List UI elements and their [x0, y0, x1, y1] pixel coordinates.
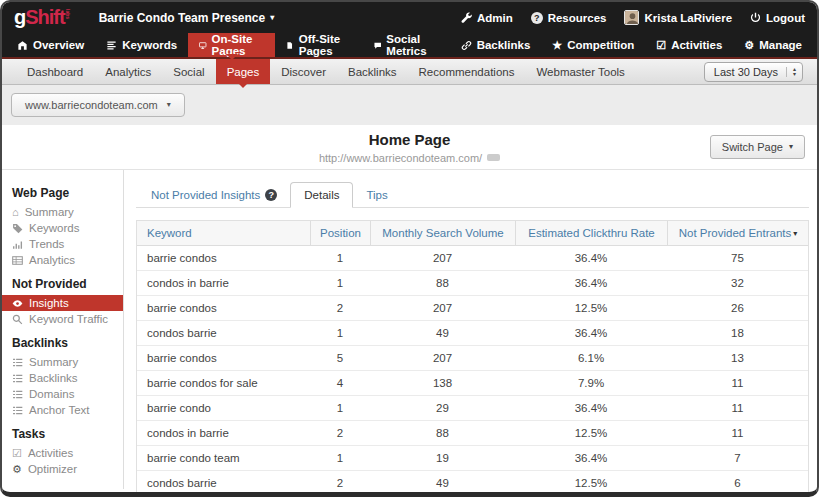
- sidebar-item-backlinks-backlinks[interactable]: Backlinks: [12, 370, 123, 386]
- table-row: barrie condos for sale 4 138 7.9% 11: [137, 371, 808, 396]
- sidebar-item-trends[interactable]: Trends: [12, 236, 123, 252]
- nav-social-metrics[interactable]: Social Metrics: [363, 33, 450, 57]
- sidebar-item-anchor-text[interactable]: Anchor Text: [12, 402, 123, 418]
- table-icon: [12, 255, 23, 266]
- search-volume-cell: 19: [370, 452, 515, 464]
- subnav-discover[interactable]: Discover: [270, 59, 337, 84]
- search-volume-cell: 207: [370, 302, 515, 314]
- subnav-label: Pages: [227, 66, 260, 78]
- sidebar-item-optimizer[interactable]: ⚙ Optimizer: [12, 461, 123, 477]
- sidebar-item-keyword-traffic[interactable]: Keyword Traffic: [12, 311, 123, 327]
- nav-overview[interactable]: Overview: [6, 33, 95, 57]
- sidebar-item-keywords[interactable]: Keywords: [12, 220, 123, 236]
- chain-link-icon: [461, 40, 472, 51]
- checkbox-icon: ☑: [656, 40, 666, 51]
- table-row: barrie condo 1 29 36.4% 11: [137, 396, 808, 421]
- tab-tips[interactable]: Tips: [353, 183, 400, 207]
- nav-backlinks[interactable]: Backlinks: [450, 33, 542, 57]
- clickthru-rate-cell: 36.4%: [515, 252, 667, 264]
- subnav-label: Backlinks: [348, 66, 397, 78]
- column-header-not-provided-entrants[interactable]: Not Provided Entrants▾: [667, 221, 808, 246]
- position-cell: 2: [310, 477, 370, 489]
- subnav-webmaster-tools[interactable]: Webmaster Tools: [525, 59, 635, 84]
- position-cell: 1: [310, 252, 370, 264]
- subnav-pages[interactable]: Pages: [216, 59, 271, 84]
- entrants-cell: 13: [667, 352, 808, 364]
- keyword-cell: barrie condos: [137, 302, 310, 314]
- subnav-label: Analytics: [105, 66, 151, 78]
- nav-label: On-Site Pages: [212, 33, 265, 57]
- clickthru-rate-cell: 36.4%: [515, 402, 667, 414]
- keyword-cell: barrie condo team: [137, 452, 310, 464]
- clickthru-rate-cell: 36.4%: [515, 452, 667, 464]
- search-volume-cell: 88: [370, 277, 515, 289]
- subnav-dashboard[interactable]: Dashboard: [16, 59, 94, 84]
- clickthru-rate-cell: 12.5%: [515, 477, 667, 489]
- clickthru-rate-cell: 36.4%: [515, 327, 667, 339]
- search-volume-cell: 29: [370, 402, 515, 414]
- url-badge-icon[interactable]: [487, 154, 500, 161]
- search-volume-cell: 88: [370, 427, 515, 439]
- table-row: barrie condos 1 207 36.4% 75: [137, 246, 808, 271]
- gshift-logo[interactable]: gShiftlabs: [14, 6, 71, 29]
- keyword-cell: barrie condos for sale: [137, 377, 310, 389]
- column-header-monthly-search-volume[interactable]: Monthly Search Volume: [370, 221, 515, 246]
- sidebar-item-label: Summary: [29, 356, 78, 368]
- keywords-icon: [106, 40, 117, 51]
- tab-not-provided-insights[interactable]: Not Provided Insights ?: [138, 183, 290, 207]
- tab-details[interactable]: Details: [290, 182, 353, 208]
- help-icon[interactable]: ?: [265, 189, 277, 201]
- project-selector[interactable]: Barrie Condo Team Presence ▾: [99, 11, 275, 25]
- date-range-select[interactable]: Last 30 Days ▴▾: [704, 62, 803, 82]
- column-header-estimated-clickthru-rate[interactable]: Estimated Clickthru Rate: [515, 221, 667, 246]
- position-cell: 2: [310, 427, 370, 439]
- column-header-keyword[interactable]: Keyword: [137, 227, 310, 239]
- sidebar-item-summary[interactable]: ⌂ Summary: [12, 204, 123, 220]
- tag-icon: [12, 223, 23, 234]
- logout-label: Logout: [766, 12, 805, 24]
- search-icon: [12, 314, 23, 325]
- wrench-icon: [461, 12, 472, 23]
- sidebar-item-analytics[interactable]: Analytics: [12, 252, 123, 268]
- sidebar-item-domains[interactable]: Domains: [12, 386, 123, 402]
- position-cell: 5: [310, 352, 370, 364]
- resources-link[interactable]: ? Resources: [531, 12, 607, 24]
- sidebar-item-activities[interactable]: ☑ Activities: [12, 445, 123, 461]
- speech-bubble-icon: [374, 40, 381, 51]
- subnav-recommendations[interactable]: Recommendations: [408, 59, 526, 84]
- column-header-position[interactable]: Position: [310, 221, 370, 246]
- clickthru-rate-cell: 12.5%: [515, 427, 667, 439]
- table-row: condos barrie 1 49 36.4% 18: [137, 321, 808, 346]
- domain-selector[interactable]: www.barriecondoteam.com ▾: [11, 93, 185, 117]
- clickthru-rate-cell: 6.1%: [515, 352, 667, 364]
- subnav-label: Discover: [281, 66, 326, 78]
- logout-link[interactable]: Logout: [750, 12, 805, 24]
- list-icon: [12, 373, 23, 384]
- clickthru-rate-cell: 12.5%: [515, 302, 667, 314]
- admin-link[interactable]: Admin: [461, 12, 513, 24]
- entrants-cell: 7: [667, 452, 808, 464]
- gear-icon: ⚙: [744, 40, 754, 51]
- sidebar-item-insights[interactable]: Insights: [2, 295, 123, 311]
- nav-competition[interactable]: ★ Competition: [541, 33, 645, 57]
- sidebar-item-backlinks-summary[interactable]: Summary: [12, 354, 123, 370]
- logo-g: g: [14, 6, 25, 29]
- nav-activities[interactable]: ☑ Activities: [645, 33, 733, 57]
- power-icon: [750, 12, 761, 23]
- nav-on-site-pages[interactable]: On-Site Pages: [188, 33, 275, 57]
- list-icon: [12, 389, 23, 400]
- sidebar-item-label: Optimizer: [28, 463, 77, 475]
- subnav-analytics[interactable]: Analytics: [94, 59, 162, 84]
- switch-page-button[interactable]: Switch Page ▾: [710, 135, 805, 159]
- nav-label: Off-Site Pages: [299, 33, 352, 57]
- table-row: condos in barrie 2 88 12.5% 11: [137, 421, 808, 446]
- user-menu[interactable]: Krista LaRiviere: [624, 10, 732, 25]
- subnav-social[interactable]: Social: [162, 59, 215, 84]
- nav-keywords[interactable]: Keywords: [95, 33, 188, 57]
- subnav-backlinks[interactable]: Backlinks: [337, 59, 408, 84]
- clickthru-rate-cell: 7.9%: [515, 377, 667, 389]
- nav-manage[interactable]: ⚙ Manage: [733, 33, 813, 57]
- nav-off-site-pages[interactable]: Off-Site Pages: [275, 33, 363, 57]
- sidebar-item-label: Trends: [29, 238, 64, 250]
- nav-label: Manage: [759, 39, 802, 51]
